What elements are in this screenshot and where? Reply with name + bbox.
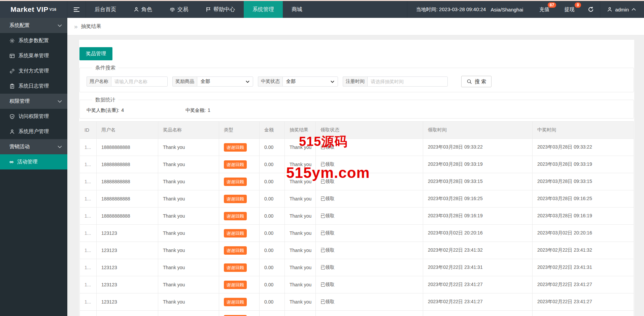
sidebar-item-label: 访问权限管理	[19, 113, 49, 120]
cell-claim-status: 已领取	[316, 276, 423, 293]
cell-username: 123123	[97, 242, 158, 259]
sidebar-item-system-params[interactable]: 系统参数配置	[0, 33, 67, 48]
recharge-button[interactable]: 充值 87	[532, 1, 557, 18]
link-icon	[9, 68, 15, 74]
nav-item-label: 商城	[292, 6, 302, 13]
cell-id: 1...	[80, 311, 97, 316]
sidebar-item-access-permissions[interactable]: 访问权限管理	[0, 109, 67, 124]
type-badge: 谢谢回顾	[224, 178, 247, 186]
nav-item-roles[interactable]: 角色	[125, 1, 161, 18]
sidebar-group-marketing[interactable]: 营销活动	[0, 139, 67, 154]
hamburger-icon	[73, 7, 80, 12]
cell-username: 18888888888	[97, 208, 158, 225]
table-row: 1... 123123 Thank you 谢谢回顾 0.00 Thank yo…	[80, 311, 634, 316]
cell-amount: 0.00	[260, 208, 285, 225]
sidebar-group-label: 系统配置	[9, 22, 30, 29]
table-row: 1... 18888888888 Thank you 谢谢回顾 0.00 Tha…	[80, 190, 634, 208]
sidebar-item-label: 活动管理	[17, 159, 37, 165]
nav-item-label: 交易	[177, 6, 188, 13]
cell-amount: 0.00	[260, 293, 285, 311]
nav-item-home[interactable]: 后台首页	[86, 1, 125, 18]
prize-manage-button[interactable]: 奖品管理	[79, 47, 112, 60]
breadcrumb-label: 抽奖结果	[81, 23, 101, 30]
cell-claim-status: 已领取	[316, 225, 423, 242]
cell-claim-status: 已领取	[316, 311, 423, 316]
col-header-type: 类型	[219, 122, 260, 139]
sidebar-item-payment-methods[interactable]: 支付方式管理	[0, 63, 67, 78]
cell-username: 18888888888	[97, 173, 158, 190]
withdraw-label: 提现	[564, 6, 574, 13]
cell-id: 1...	[80, 242, 97, 259]
cell-type: 谢谢回顾	[219, 190, 260, 208]
person-icon	[134, 7, 139, 12]
cell-prize-name: Thank you	[158, 139, 219, 156]
cell-claim-status: 已领取	[316, 173, 423, 190]
nav-item-label: 后台首页	[95, 6, 116, 13]
clipboard-icon	[9, 84, 15, 89]
nav-item-trade[interactable]: 交易	[161, 1, 197, 18]
cell-claim-time: 2023年03月02日 20:20:16	[423, 225, 533, 242]
nav-item-label: 帮助中心	[213, 6, 235, 13]
nav-item-mall[interactable]: 商城	[283, 1, 311, 18]
search-form-row: 用户名称 奖励商品 全部 中奖状态 全部	[87, 76, 634, 87]
search-button-label: 搜 索	[475, 78, 486, 85]
cell-prize-name: Thank you	[158, 293, 219, 311]
nav-item-system-management[interactable]: 系统管理	[244, 1, 283, 18]
sidebar-item-system-menu[interactable]: 系统菜单管理	[0, 48, 67, 63]
nav-item-help-center[interactable]: 帮助中心	[197, 1, 244, 18]
stats-fieldset: 数据统计 中奖人数(去重): 4 中奖金额: 1	[79, 97, 634, 119]
withdraw-button[interactable]: 提现 0	[557, 1, 582, 18]
cell-id: 1...	[80, 190, 97, 208]
search-legend: 条件搜索	[92, 65, 118, 71]
cell-claim-time: 2023年03月28日 09:33:15	[423, 173, 533, 190]
shield-check-icon	[9, 114, 15, 119]
regtime-filter: 注册时间	[343, 76, 448, 87]
cell-win-time: 2023年03月28日 09:16:19	[533, 208, 634, 225]
cell-draw-result: Thank you	[285, 293, 316, 311]
sidebar-item-activity-management[interactable]: ∞ 活动管理	[0, 154, 67, 169]
cell-type: 谢谢回顾	[219, 208, 260, 225]
cell-prize-name: Thank you	[158, 276, 219, 293]
col-header-claim-status: 领取状态	[316, 122, 423, 139]
product-select[interactable]: 全部	[197, 76, 253, 87]
cell-claim-status: 已领取	[316, 190, 423, 208]
stats-row: 中奖人数(去重): 4 中奖金额: 1	[87, 107, 634, 114]
product-select-value: 全部	[201, 78, 210, 85]
cell-id: 1...	[80, 208, 97, 225]
search-button[interactable]: 搜 索	[461, 76, 492, 87]
sidebar-group-label: 营销活动	[9, 144, 30, 150]
status-select[interactable]: 全部	[282, 76, 338, 87]
cell-id: 1...	[80, 259, 97, 276]
chevron-down-icon	[58, 100, 62, 103]
table-row: 1... 18888888888 Thank you 谢谢回顾 0.00 Tha…	[80, 156, 634, 173]
sidebar-group-system-config[interactable]: 系统配置	[0, 18, 67, 33]
app-logo: Market VIP V16	[0, 1, 67, 18]
col-header-draw-result: 抽奖结果	[285, 122, 316, 139]
sidebar-item-system-users[interactable]: 系统用户管理	[0, 124, 67, 139]
refresh-button[interactable]	[582, 1, 600, 18]
sidebar-toggle-button[interactable]	[67, 1, 86, 18]
cell-type: 谢谢回顾	[219, 156, 260, 173]
cell-draw-result: Thank you	[285, 242, 316, 259]
user-menu[interactable]: admin	[600, 1, 644, 18]
sidebar: 系统配置 系统参数配置 系统菜单管理 支付方式管理 系统日志管理	[0, 18, 67, 316]
cell-draw-result: Thank you	[285, 156, 316, 173]
stat-amount: 中奖金额: 1	[185, 107, 210, 114]
stat-winners: 中奖人数(去重): 4	[87, 107, 124, 114]
cell-amount: 0.00	[260, 156, 285, 173]
nav-item-label: 角色	[141, 6, 152, 13]
type-badge: 谢谢回顾	[224, 143, 247, 152]
withdraw-count-badge: 0	[575, 2, 581, 8]
username-input[interactable]	[111, 76, 168, 87]
cell-amount: 0.00	[260, 225, 285, 242]
sidebar-item-system-logs[interactable]: 系统日志管理	[0, 78, 67, 94]
cell-username: 123123	[97, 225, 158, 242]
regtime-input[interactable]	[367, 76, 448, 87]
cell-id: 1...	[80, 156, 97, 173]
type-badge: 谢谢回顾	[224, 160, 247, 169]
cell-username: 18888888888	[97, 190, 158, 208]
sidebar-group-permissions[interactable]: 权限管理	[0, 94, 67, 109]
gear-icon	[9, 38, 15, 43]
cell-type: 谢谢回顾	[219, 259, 260, 276]
product-filter-label: 奖励商品	[172, 76, 197, 87]
